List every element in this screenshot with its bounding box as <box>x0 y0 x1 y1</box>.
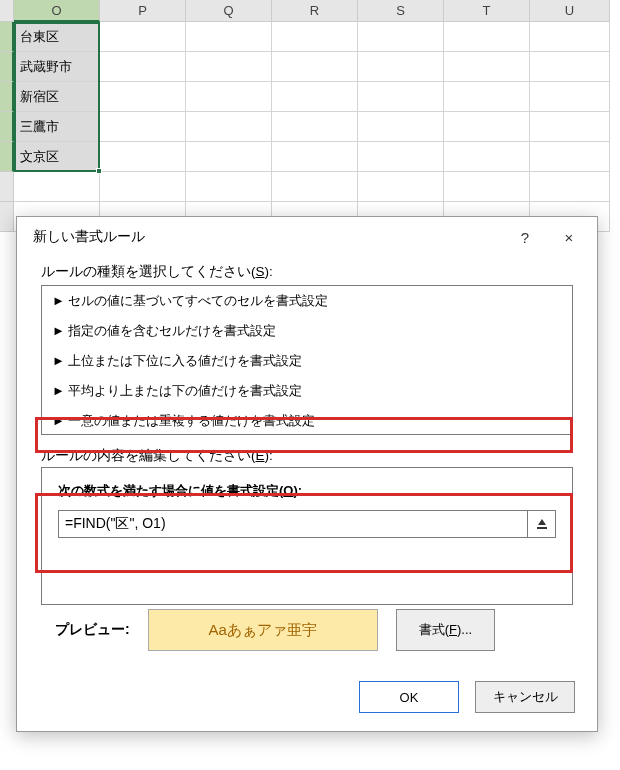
cell-O2[interactable]: 武蔵野市 <box>14 52 100 82</box>
cell[interactable] <box>272 172 358 202</box>
cell[interactable] <box>530 82 610 112</box>
cell[interactable] <box>444 112 530 142</box>
formula-input[interactable] <box>58 510 528 538</box>
cell[interactable] <box>358 172 444 202</box>
fill-handle[interactable] <box>96 168 102 174</box>
cell[interactable] <box>358 82 444 112</box>
edit-rule-label: ルールの内容を編集してください(E): <box>41 447 573 465</box>
row-header[interactable] <box>0 82 14 112</box>
col-header-R[interactable]: R <box>272 0 358 22</box>
cancel-button[interactable]: キャンセル <box>475 681 575 713</box>
format-button[interactable]: 書式(F)... <box>396 609 495 651</box>
col-header-P[interactable]: P <box>100 0 186 22</box>
cell[interactable] <box>530 52 610 82</box>
cell[interactable] <box>14 172 100 202</box>
cell-O4[interactable]: 三鷹市 <box>14 112 100 142</box>
cell[interactable] <box>100 172 186 202</box>
rule-type-item[interactable]: ►​ セルの値に基づいてすべてのセルを書式設定 <box>42 286 572 316</box>
rule-type-list[interactable]: ►​ セルの値に基づいてすべてのセルを書式設定 ►​ 指定の値を含むセルだけを書… <box>41 285 573 435</box>
row-header[interactable] <box>0 22 14 52</box>
col-header-T[interactable]: T <box>444 0 530 22</box>
svg-rect-0 <box>537 527 547 529</box>
close-icon[interactable]: × <box>547 219 591 255</box>
rule-type-item[interactable]: ►​ 上位または下位に入る値だけを書式設定 <box>42 346 572 376</box>
col-header-O[interactable]: O <box>14 0 100 22</box>
cell[interactable] <box>358 52 444 82</box>
column-header-row: O P Q R S T U <box>0 0 620 22</box>
cell[interactable] <box>186 82 272 112</box>
cell[interactable] <box>358 112 444 142</box>
preview-label: プレビュー: <box>55 621 130 639</box>
cell[interactable] <box>100 52 186 82</box>
row-header[interactable] <box>0 112 14 142</box>
cell[interactable] <box>100 112 186 142</box>
rule-type-item[interactable]: ►​ 一意の値または重複する値だけを書式設定 <box>42 406 572 435</box>
titlebar: 新しい書式ルール ? × <box>17 217 597 257</box>
rule-type-item[interactable]: ►​ 平均より上または下の値だけを書式設定 <box>42 376 572 406</box>
cell[interactable] <box>186 142 272 172</box>
cell[interactable] <box>272 52 358 82</box>
cell[interactable] <box>530 172 610 202</box>
collapse-range-icon[interactable] <box>528 510 556 538</box>
cell[interactable] <box>444 22 530 52</box>
cell[interactable] <box>530 142 610 172</box>
preview-box: Aaあぁアァ亜宇 <box>148 609 378 651</box>
cell[interactable] <box>444 172 530 202</box>
dialog-buttons: OK キャンセル <box>359 681 575 713</box>
row-header[interactable] <box>0 142 14 172</box>
preview-row: プレビュー: Aaあぁアァ亜宇 書式(F)... <box>55 609 495 651</box>
cell[interactable] <box>444 52 530 82</box>
cell[interactable] <box>530 22 610 52</box>
row-header[interactable] <box>0 202 14 232</box>
spreadsheet: O P Q R S T U 台東区 武蔵野市 新宿区 三鷹市 文京区 <box>0 0 620 232</box>
cell[interactable] <box>186 112 272 142</box>
cell[interactable] <box>186 22 272 52</box>
dialog-title: 新しい書式ルール <box>33 228 503 246</box>
dialog-body: ルールの種類を選択してください(S): ►​ セルの値に基づいてすべてのセルを書… <box>17 257 597 605</box>
cell[interactable] <box>444 82 530 112</box>
cell[interactable] <box>100 22 186 52</box>
rule-type-item[interactable]: ►​ 指定の値を含むセルだけを書式設定 <box>42 316 572 346</box>
row-header[interactable] <box>0 172 14 202</box>
cell[interactable] <box>358 142 444 172</box>
cell[interactable] <box>186 172 272 202</box>
cell[interactable] <box>100 82 186 112</box>
col-header-S[interactable]: S <box>358 0 444 22</box>
cell-O3[interactable]: 新宿区 <box>14 82 100 112</box>
col-header-U[interactable]: U <box>530 0 610 22</box>
select-all-corner[interactable] <box>0 0 14 22</box>
cell[interactable] <box>100 142 186 172</box>
col-header-Q[interactable]: Q <box>186 0 272 22</box>
row-header[interactable] <box>0 52 14 82</box>
rule-type-label: ルールの種類を選択してください(S): <box>41 263 573 281</box>
cell[interactable] <box>272 142 358 172</box>
cell[interactable] <box>272 22 358 52</box>
help-icon[interactable]: ? <box>503 219 547 255</box>
formula-label: 次の数式を満たす場合に値を書式設定(O): <box>58 482 556 500</box>
cell[interactable] <box>272 82 358 112</box>
cell[interactable] <box>444 142 530 172</box>
new-formatting-rule-dialog: 新しい書式ルール ? × ルールの種類を選択してください(S): ►​ セルの値… <box>16 216 598 732</box>
cell[interactable] <box>530 112 610 142</box>
cell[interactable] <box>272 112 358 142</box>
rule-edit-panel: 次の数式を満たす場合に値を書式設定(O): <box>41 467 573 605</box>
cell[interactable] <box>186 52 272 82</box>
cell-O5[interactable]: 文京区 <box>14 142 100 172</box>
grid-body: 台東区 武蔵野市 新宿区 三鷹市 文京区 <box>0 22 620 232</box>
ok-button[interactable]: OK <box>359 681 459 713</box>
cell[interactable] <box>358 22 444 52</box>
cell-O1[interactable]: 台東区 <box>14 22 100 52</box>
